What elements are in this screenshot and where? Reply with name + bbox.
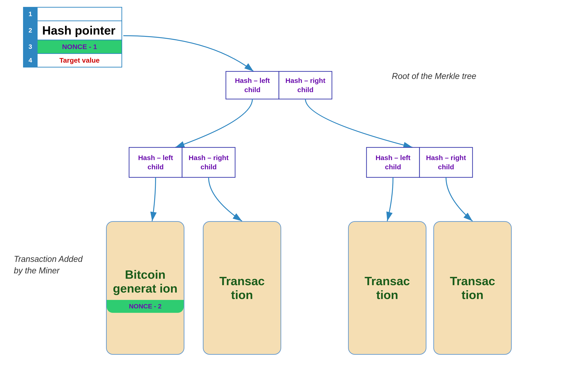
svg-text:child: child bbox=[201, 163, 217, 171]
svg-rect-7 bbox=[129, 147, 182, 177]
nonce2-label: NONCE - 2 bbox=[107, 300, 184, 313]
tx3-label: Transaction bbox=[360, 269, 415, 306]
svg-text:Hash – right: Hash – right bbox=[285, 77, 325, 84]
svg-text:child: child bbox=[297, 86, 314, 94]
svg-text:Hash – right: Hash – right bbox=[189, 154, 229, 161]
svg-rect-10 bbox=[182, 147, 235, 177]
tx1-label: Bitcoin generat ion bbox=[107, 263, 184, 300]
svg-text:Hash – left: Hash – left bbox=[376, 154, 411, 161]
tx-box-2: Transaction bbox=[203, 221, 281, 355]
svg-rect-16 bbox=[420, 147, 473, 177]
svg-text:child: child bbox=[438, 163, 454, 171]
tx-box-3: Transaction bbox=[348, 221, 426, 355]
tx2-label: Transaction bbox=[215, 269, 270, 306]
svg-text:child: child bbox=[244, 86, 260, 94]
tx-box-4: Transaction bbox=[433, 221, 512, 355]
svg-text:child: child bbox=[147, 163, 164, 171]
svg-rect-1 bbox=[226, 71, 279, 99]
svg-text:child: child bbox=[385, 163, 401, 171]
svg-text:Hash – left: Hash – left bbox=[235, 77, 270, 84]
tx-box-1: Bitcoin generat ion NONCE - 2 bbox=[106, 221, 184, 355]
svg-rect-4 bbox=[279, 71, 332, 99]
svg-rect-13 bbox=[366, 147, 420, 177]
svg-text:Hash – right: Hash – right bbox=[426, 154, 466, 161]
svg-text:Hash – left: Hash – left bbox=[138, 154, 173, 161]
tx4-label: Transaction bbox=[445, 269, 500, 306]
